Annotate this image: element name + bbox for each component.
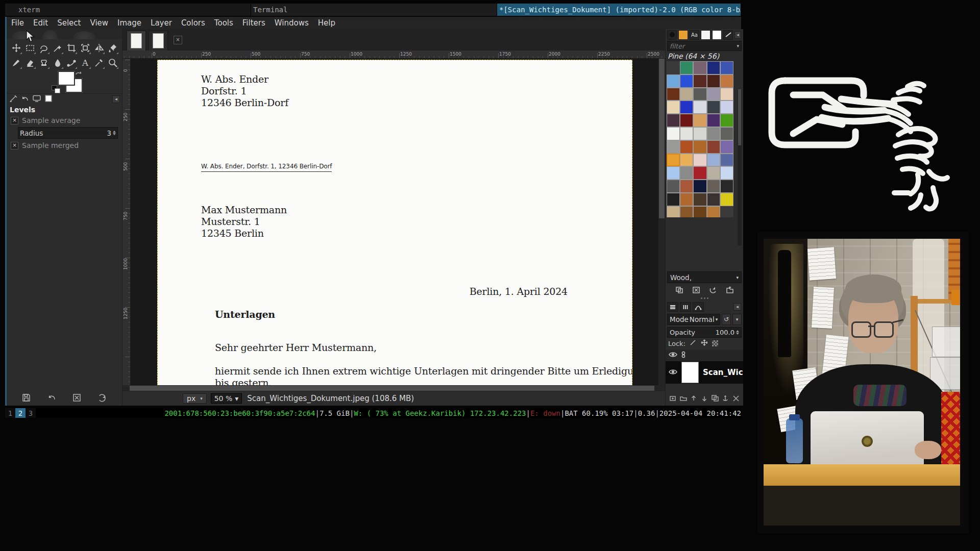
pattern-cell[interactable]	[693, 140, 706, 154]
pattern-cell[interactable]	[667, 140, 680, 154]
dock-handle[interactable]	[666, 297, 743, 300]
restore-preset-icon[interactable]	[47, 393, 56, 404]
fonts-tab-icon[interactable]: Aa	[690, 30, 699, 40]
pattern-cell[interactable]	[707, 127, 720, 140]
pattern-cell[interactable]	[693, 166, 706, 180]
unified-transform-tool-icon[interactable]	[78, 40, 92, 55]
vertical-scrollbar-thumb[interactable]	[659, 59, 665, 218]
refresh-patterns-icon[interactable]	[709, 286, 717, 295]
swap-colors-icon[interactable]	[75, 70, 82, 77]
zoom-combo[interactable]: 50 %▾	[211, 393, 242, 404]
new-group-icon[interactable]	[679, 394, 688, 404]
delete-pattern-icon[interactable]	[692, 286, 700, 295]
patterns-tab-icon[interactable]	[678, 30, 688, 40]
sample-average-checkbox[interactable]: ×	[11, 117, 18, 124]
unit-combo[interactable]: px▾	[183, 393, 207, 404]
image-tab-inactive[interactable]	[149, 31, 168, 51]
pattern-cell[interactable]	[720, 154, 733, 167]
menu-edit[interactable]: Edit	[29, 18, 53, 28]
pattern-cell[interactable]	[680, 154, 693, 167]
wm-tab-gimp-active[interactable]: *[Scan_Wichtiges_Dokument] (imported)-2.…	[497, 4, 741, 16]
default-colors-icon[interactable]	[55, 88, 60, 93]
layers-dock-collapse-button[interactable]: ◂	[733, 303, 741, 311]
device-status-icon[interactable]	[32, 94, 41, 104]
pattern-cell[interactable]	[707, 154, 720, 167]
pattern-cell[interactable]	[720, 206, 733, 217]
delete-preset-icon[interactable]	[72, 393, 81, 404]
close-image-icon[interactable]: ×	[174, 36, 182, 44]
radius-input[interactable]: Radius 3	[18, 127, 118, 139]
menu-colors[interactable]: Colors	[177, 18, 210, 28]
palettes-tab-icon[interactable]	[701, 30, 710, 40]
horizontal-scrollbar[interactable]	[122, 385, 665, 391]
pattern-cell[interactable]	[680, 193, 693, 206]
bucket-fill-tool-icon[interactable]	[106, 40, 119, 55]
color-picker-tool-icon[interactable]	[92, 55, 106, 70]
pattern-cell[interactable]	[707, 74, 720, 88]
menu-view[interactable]: View	[85, 18, 113, 28]
delete-layer-icon[interactable]	[732, 394, 740, 404]
workspace-3[interactable]: 3	[26, 408, 36, 418]
pattern-cell[interactable]	[693, 74, 706, 88]
paths-tab-icon[interactable]	[693, 302, 704, 312]
menu-image[interactable]: Image	[113, 18, 146, 28]
paintbrush-tool-icon[interactable]	[9, 55, 23, 70]
pattern-cell[interactable]	[667, 166, 680, 180]
save-preset-icon[interactable]	[22, 393, 31, 404]
wm-tab-terminal[interactable]: Terminal	[251, 4, 497, 16]
pattern-cell[interactable]	[693, 154, 706, 167]
pattern-cell[interactable]	[680, 180, 693, 193]
menu-layer[interactable]: Layer	[146, 18, 177, 28]
radius-spinner[interactable]	[113, 131, 116, 135]
duplicate-pattern-icon[interactable]	[675, 286, 683, 295]
open-pattern-icon[interactable]	[726, 286, 734, 295]
opacity-spinner[interactable]	[736, 330, 739, 335]
image-thumbnail-icon[interactable]	[44, 94, 53, 104]
pattern-cell[interactable]	[693, 61, 706, 74]
lock-alpha-icon[interactable]	[712, 340, 718, 346]
pattern-cell[interactable]	[680, 101, 693, 114]
layers-tab-icon[interactable]	[667, 302, 678, 312]
opacity-slider[interactable]: Opacity 100.0	[667, 327, 742, 338]
pattern-cell[interactable]	[667, 193, 680, 206]
visibility-header-icon[interactable]	[669, 352, 677, 359]
lock-pixels-icon[interactable]	[690, 339, 697, 347]
pattern-cell[interactable]	[680, 114, 693, 127]
mode-reset-icon[interactable]: ↺	[722, 314, 731, 325]
pattern-cell[interactable]	[680, 74, 693, 88]
horizontal-scrollbar-thumb[interactable]	[130, 386, 654, 391]
flip-tool-icon[interactable]	[92, 40, 106, 55]
pattern-cell[interactable]	[680, 88, 693, 101]
pattern-cell[interactable]	[707, 180, 720, 193]
pattern-cell[interactable]	[667, 127, 680, 140]
pattern-cell[interactable]	[680, 61, 693, 74]
crop-tool-icon[interactable]	[64, 40, 78, 55]
raise-layer-icon[interactable]	[690, 394, 698, 404]
pattern-cell[interactable]	[707, 206, 720, 217]
workspace-2[interactable]: 2	[15, 408, 26, 418]
pattern-cell[interactable]	[720, 127, 733, 140]
pattern-scrollbar[interactable]	[738, 89, 742, 245]
dock-collapse-button[interactable]: ◂	[112, 95, 120, 103]
menu-windows[interactable]: Windows	[270, 18, 313, 28]
menu-filters[interactable]: Filters	[238, 18, 270, 28]
patterns-dock-collapse-button[interactable]: ◂	[734, 31, 741, 39]
menu-help[interactable]: Help	[313, 18, 340, 28]
text-tool-icon[interactable]: A	[78, 55, 92, 70]
pattern-cell[interactable]	[720, 140, 733, 154]
pattern-cell[interactable]	[720, 101, 733, 114]
layer-row-selected[interactable]: Scan_Wic	[666, 361, 743, 384]
layer-mode-combo[interactable]: ModeNormal ▾	[667, 314, 720, 325]
pattern-cell[interactable]	[707, 166, 720, 180]
pattern-cell[interactable]	[680, 140, 693, 154]
anchor-layer-icon[interactable]	[721, 394, 729, 404]
pattern-cell[interactable]	[693, 206, 706, 217]
smudge-tool-icon[interactable]	[51, 55, 64, 70]
tool-options-icon[interactable]	[10, 94, 18, 104]
lock-position-icon[interactable]	[701, 339, 708, 347]
paths-tool-icon[interactable]	[64, 55, 78, 70]
pattern-cell[interactable]	[667, 74, 680, 88]
document-page[interactable]: W. Abs. EnderDorfstr. 112346 Berlin-Dorf…	[157, 60, 632, 385]
mode-switch-icon[interactable]: ▾	[732, 314, 742, 325]
wm-tab-xterm[interactable]: xterm	[5, 4, 251, 16]
